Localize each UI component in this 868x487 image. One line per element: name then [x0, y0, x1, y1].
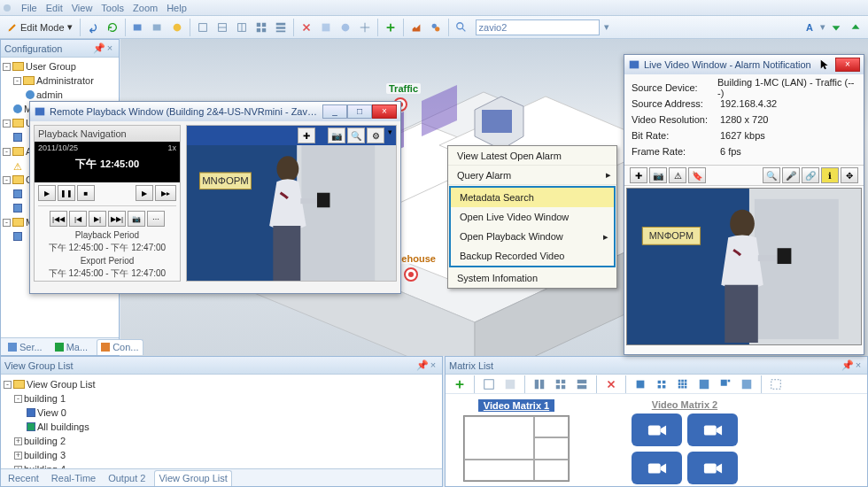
matrix-layout-3[interactable] — [531, 375, 548, 393]
panel-pin-icon[interactable]: 📌 — [841, 360, 852, 371]
video-settings-icon[interactable]: ⚙ — [367, 128, 384, 143]
menu-query-alarm[interactable]: Query Alarm — [448, 166, 616, 185]
video-add-icon[interactable]: ✚ — [298, 128, 315, 143]
live-video-frame[interactable]: MNΦOPM — [626, 188, 862, 345]
matrix-layout-5[interactable] — [573, 375, 591, 393]
close-button[interactable]: × — [835, 58, 860, 72]
tab-view-group-list[interactable]: View Group List — [154, 470, 231, 486]
toolbar-refresh-icon[interactable] — [104, 19, 121, 36]
matrix-2-label[interactable]: Video Matrix 2 — [652, 399, 717, 410]
live-info-icon[interactable]: ℹ — [821, 167, 839, 183]
toolbar-btn-10[interactable] — [317, 19, 335, 36]
settings-button[interactable]: ⋯ — [147, 211, 165, 227]
menu-file[interactable]: File — [21, 3, 37, 13]
matrix-grid-4x4-icon[interactable] — [695, 375, 713, 393]
play-rev-button[interactable]: ▶ — [136, 185, 153, 201]
live-alarm-icon[interactable]: ⚠ — [669, 167, 686, 183]
toolbar-btn-1[interactable] — [129, 19, 147, 36]
menu-view-latest-alarm[interactable]: View Latest Open Alarm — [448, 146, 616, 166]
tab-output2[interactable]: Output 2 — [105, 470, 149, 486]
menu-help[interactable]: Help — [167, 3, 187, 13]
matrix-del-icon[interactable] — [602, 375, 620, 393]
panel-close-icon[interactable]: × — [853, 360, 864, 371]
step-back-button[interactable]: |◀ — [69, 211, 87, 227]
panel-close-icon[interactable]: × — [105, 43, 115, 54]
toolbar-btn-14[interactable] — [407, 19, 425, 36]
toolbar-btn-4[interactable] — [194, 19, 212, 36]
menu-zoom[interactable]: Zoom — [133, 3, 158, 13]
menu-open-playback[interactable]: Open Playback Window — [451, 227, 614, 246]
tab-server[interactable]: Ser... — [4, 339, 46, 355]
toolbar-btn-2[interactable] — [149, 19, 167, 36]
menu-open-live-video[interactable]: Open Live Video Window — [451, 207, 614, 227]
menu-metadata-search[interactable]: Metadata Search — [451, 188, 614, 207]
play-fast-button[interactable]: ▶▸ — [155, 185, 176, 201]
skip-end-button[interactable]: ▶▶| — [108, 211, 126, 227]
panel-close-icon[interactable]: × — [428, 360, 438, 371]
tab-recent[interactable]: Recent — [4, 470, 43, 486]
playback-video[interactable]: ✚ 📷 🔍 ⚙ ▾ MNΦOPM — [186, 125, 397, 282]
stop-button[interactable]: ■ — [77, 185, 95, 201]
matrix-layout-4[interactable] — [552, 375, 570, 393]
menu-edit[interactable]: Edit — [46, 3, 63, 13]
matrix-grid-1x1-icon[interactable] — [632, 375, 649, 393]
matrix-grid-3x3-icon[interactable] — [674, 375, 692, 393]
live-tag-icon[interactable]: 🔖 — [688, 167, 706, 183]
toolbar-btn-9[interactable] — [298, 19, 315, 36]
tab-realtime[interactable]: Real-Time — [48, 470, 99, 486]
video-snapshot-icon[interactable]: 📷 — [328, 128, 345, 143]
maximize-button[interactable]: □ — [347, 104, 372, 119]
matrix-layout-1[interactable] — [480, 375, 498, 393]
menu-system-information[interactable]: System Infomation — [448, 268, 616, 288]
marker-warehouse-icon[interactable] — [402, 267, 420, 285]
toolbar-search-input[interactable] — [476, 19, 600, 35]
menu-view[interactable]: View — [72, 3, 93, 13]
font-dropdown[interactable]: ▾ — [820, 21, 825, 33]
minimize-button[interactable]: _ — [322, 104, 347, 119]
menu-backup-recorded[interactable]: Backup Recorded Video — [451, 246, 614, 266]
panel-pin-icon[interactable]: 📌 — [93, 43, 104, 54]
toolbar-btn-6[interactable] — [233, 19, 251, 36]
live-titlebar[interactable]: Live Video Window - Alarm Notification × — [624, 55, 864, 74]
toolbar-btn-15[interactable] — [427, 19, 445, 36]
video-dropdown-icon[interactable]: ▾ — [386, 128, 394, 143]
close-button[interactable]: × — [372, 104, 397, 119]
play-button[interactable]: ▶ — [38, 185, 56, 201]
search-dropdown-icon[interactable]: ▾ — [604, 21, 609, 33]
toolbar-btn-8[interactable] — [272, 19, 290, 36]
tab-map[interactable]: Ma... — [51, 339, 91, 355]
toolbar-down-icon[interactable] — [827, 19, 845, 36]
matrix-grid-custom-icon[interactable] — [717, 375, 734, 393]
live-zoom-icon[interactable]: 🔍 — [763, 167, 780, 183]
matrix-1-label[interactable]: Video Matrix 1 — [478, 399, 554, 412]
toolbar-btn-11[interactable] — [337, 19, 354, 36]
video-zoom-icon[interactable]: 🔍 — [347, 128, 365, 143]
matrix-1-preview[interactable] — [463, 415, 570, 482]
toolbar-btn-7[interactable] — [252, 19, 270, 36]
playback-titlebar[interactable]: Remote Playback Window (Building 2&4-US-… — [30, 102, 400, 121]
matrix-add-icon[interactable] — [451, 375, 469, 393]
view-group-tree[interactable]: -View Group List -building 1 View 0 All … — [1, 375, 442, 479]
toolbar-btn-3[interactable] — [168, 19, 186, 36]
live-mic-icon[interactable]: 🎤 — [782, 167, 800, 183]
panel-pin-icon[interactable]: 📌 — [416, 360, 427, 371]
skip-start-button[interactable]: |◀◀ — [50, 211, 67, 227]
toolbar-undo-icon[interactable] — [84, 19, 102, 36]
toolbar-search-icon[interactable] — [453, 19, 470, 36]
matrix-fullscreen-icon[interactable] — [767, 375, 785, 393]
toolbar-up-icon[interactable] — [847, 19, 864, 36]
live-link-icon[interactable]: 🔗 — [802, 167, 819, 183]
tab-config[interactable]: Con... — [97, 339, 143, 355]
menu-tools[interactable]: Tools — [101, 3, 124, 13]
toolbar-btn-5[interactable] — [213, 19, 231, 36]
matrix-layout-2[interactable] — [501, 375, 519, 393]
toolbar-btn-12[interactable] — [356, 19, 374, 36]
live-move-icon[interactable]: ✥ — [841, 167, 858, 183]
pause-button[interactable]: ❚❚ — [58, 185, 75, 201]
edit-mode-toggle[interactable]: Edit Mode ▾ — [4, 21, 76, 33]
snapshot-button[interactable]: 📷 — [128, 211, 145, 227]
toolbar-btn-13[interactable] — [382, 19, 399, 36]
matrix-2-preview[interactable] — [632, 414, 738, 484]
matrix-grid-2x2-icon[interactable] — [653, 375, 670, 393]
toolbar-font-icon[interactable]: A — [801, 19, 818, 36]
